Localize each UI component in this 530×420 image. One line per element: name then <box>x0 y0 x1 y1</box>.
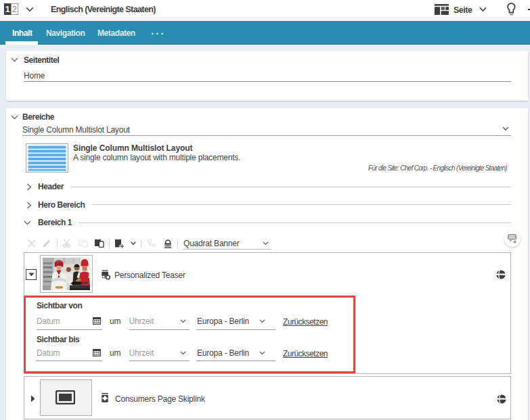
svg-text:2: 2 <box>12 5 17 14</box>
svg-text:1: 1 <box>5 5 10 14</box>
